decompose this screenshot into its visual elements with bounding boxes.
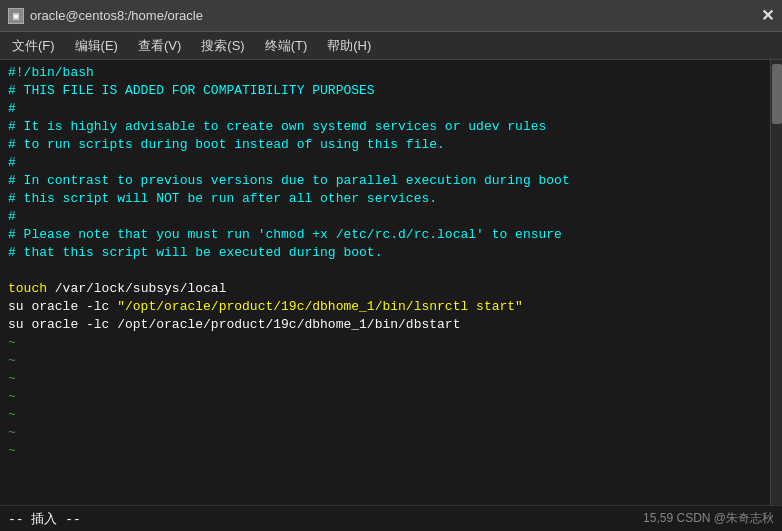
cursor-position: 15,59 CSDN @朱奇志秋	[643, 510, 774, 527]
editor-line: # THIS FILE IS ADDED FOR COMPATIBILITY P…	[8, 82, 762, 100]
editor-line: # In contrast to previous versions due t…	[8, 172, 762, 190]
menu-edit[interactable]: 编辑(E)	[67, 35, 126, 57]
scrollbar[interactable]	[770, 60, 782, 505]
insert-mode-indicator: -- 插入 --	[8, 510, 81, 528]
editor-line: # to run scripts during boot instead of …	[8, 136, 762, 154]
editor-line: su oracle -lc "/opt/oracle/product/19c/d…	[8, 298, 762, 316]
window-title: oracle@centos8:/home/oracle	[30, 8, 203, 23]
menu-terminal[interactable]: 终端(T)	[257, 35, 316, 57]
editor-line: #	[8, 154, 762, 172]
editor-content[interactable]: #!/bin/bash# THIS FILE IS ADDED FOR COMP…	[0, 60, 770, 505]
editor-line: # that this script will be executed duri…	[8, 244, 762, 262]
editor-line: ~	[8, 370, 762, 388]
title-bar: ▣ oracle@centos8:/home/oracle ✕	[0, 0, 782, 32]
editor-line: # It is highly advisable to create own s…	[8, 118, 762, 136]
close-button[interactable]: ✕	[761, 6, 774, 25]
editor-line: touch /var/lock/subsys/local	[8, 280, 762, 298]
editor-line: # Please note that you must run 'chmod +…	[8, 226, 762, 244]
terminal-icon: ▣	[8, 8, 24, 24]
editor-line: # this script will NOT be run after all …	[8, 190, 762, 208]
menu-help[interactable]: 帮助(H)	[319, 35, 379, 57]
editor-line	[8, 262, 762, 280]
editor-line: #	[8, 208, 762, 226]
scrollbar-thumb[interactable]	[772, 64, 782, 124]
editor-line: ~	[8, 352, 762, 370]
menu-file[interactable]: 文件(F)	[4, 35, 63, 57]
menu-bar: 文件(F) 编辑(E) 查看(V) 搜索(S) 终端(T) 帮助(H)	[0, 32, 782, 60]
menu-view[interactable]: 查看(V)	[130, 35, 189, 57]
editor-line: ~	[8, 424, 762, 442]
editor-area: #!/bin/bash# THIS FILE IS ADDED FOR COMP…	[0, 60, 782, 505]
editor-line: #!/bin/bash	[8, 64, 762, 82]
title-bar-left: ▣ oracle@centos8:/home/oracle	[8, 8, 203, 24]
editor-line: ~	[8, 334, 762, 352]
editor-line: su oracle -lc /opt/oracle/product/19c/db…	[8, 316, 762, 334]
editor-line: ~	[8, 388, 762, 406]
status-bar: -- 插入 -- 15,59 CSDN @朱奇志秋	[0, 505, 782, 531]
editor-line: ~	[8, 406, 762, 424]
editor-line: ~	[8, 442, 762, 460]
menu-search[interactable]: 搜索(S)	[193, 35, 252, 57]
editor-line: #	[8, 100, 762, 118]
